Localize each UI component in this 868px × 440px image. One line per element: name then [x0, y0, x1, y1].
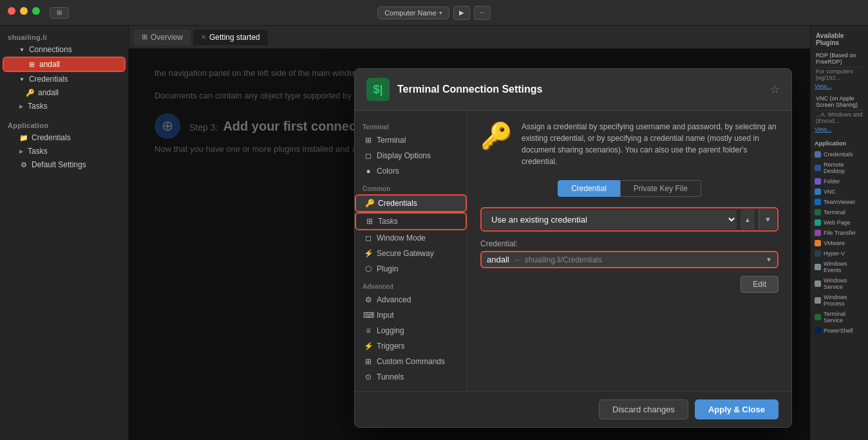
dropdown-down-arrow[interactable]: ▼	[759, 209, 777, 230]
default-settings-label: Default Settings	[32, 160, 86, 169]
sidebar-item-tasks[interactable]: ▶ Tasks	[3, 100, 126, 113]
folder-plugin-icon	[815, 178, 821, 185]
app-section-label: Application	[815, 140, 864, 147]
andall-label: andall	[39, 60, 60, 69]
edit-credential-button[interactable]: Edit	[741, 276, 778, 293]
modal-favorite-button[interactable]: ☆	[769, 82, 780, 96]
nav-item-colors[interactable]: ● Colors	[355, 163, 467, 179]
tasks-label: Tasks	[28, 102, 48, 111]
app-credentials-item[interactable]: Credentials	[815, 149, 864, 160]
ps-plugin-icon	[815, 327, 821, 334]
modal-header: $| Terminal Connection Settings ☆	[355, 69, 791, 111]
window-nav-icon: ◻	[364, 234, 373, 243]
app-vmware-item[interactable]: VMware	[815, 238, 864, 248]
right-panel-title: Available Plugins	[815, 32, 864, 46]
app-vnc-label: VNC	[824, 188, 836, 195]
nav-item-credentials[interactable]: 🔑 Credentials	[355, 194, 467, 212]
close-window-button[interactable]	[8, 7, 15, 15]
nav-item-terminal[interactable]: ⊞ Terminal	[355, 133, 467, 148]
apply-close-button[interactable]: Apply & Close	[695, 399, 778, 419]
tab-close-icon[interactable]: ✕	[201, 33, 206, 41]
nav-item-custom-commands[interactable]: ⊞ Custom Commands	[355, 354, 467, 369]
app-tv-label: TeamViewer	[824, 199, 855, 205]
nav-item-tunnels[interactable]: ⊙ Tunnels	[355, 369, 467, 385]
app-hyperv-item[interactable]: Hyper-V	[815, 248, 864, 259]
app-powershell-item[interactable]: PowerShell	[815, 325, 864, 336]
nav-item-input[interactable]: ⌨ Input	[355, 307, 467, 323]
ft-plugin-icon	[815, 230, 821, 236]
colors-nav-icon: ●	[364, 167, 373, 176]
sidebar-item-credentials[interactable]: ▼ Credentials	[3, 73, 126, 86]
nav-item-window-mode[interactable]: ◻ Window Mode	[355, 230, 467, 246]
tab-getting-started[interactable]: ✕ Getting started	[193, 30, 268, 45]
sidebar-item-credentials-andall[interactable]: 🔑 andall	[3, 86, 126, 99]
nav-plugin-label: Plugin	[377, 264, 398, 273]
app-teamviewer-item[interactable]: TeamViewer	[815, 197, 864, 207]
credential-tabs: Credential Private Key File	[480, 180, 778, 197]
sidebar-item-default-settings[interactable]: ⚙ Default Settings	[3, 158, 126, 171]
tasks-nav-icon: ⊞	[365, 217, 374, 226]
credential-field-dropdown-button[interactable]: ▼	[766, 256, 772, 263]
tunnels-nav-icon: ⊙	[364, 372, 373, 381]
gateway-nav-icon: ⚡	[364, 249, 373, 258]
sidebar-item-connections[interactable]: ▼ Connections	[3, 43, 126, 56]
vmware-plugin-icon	[815, 240, 821, 246]
app-winsvc-item[interactable]: Windows Service	[815, 275, 864, 292]
more-options-button[interactable]: ···	[474, 6, 491, 20]
tab-overview[interactable]: ⊞ Overview	[134, 30, 191, 45]
app-file-transfer-item[interactable]: File Transfer	[815, 228, 864, 238]
right-panel-vnc[interactable]: VNC (on Apple Screen Sharing)	[815, 93, 864, 111]
key-large-icon: 🔑	[480, 121, 513, 151]
discard-changes-button[interactable]: Discard changes	[599, 399, 688, 419]
nav-colors-label: Colors	[377, 167, 399, 176]
window-controls: ⊞	[8, 7, 69, 19]
nav-item-logging[interactable]: ≡ Logging	[355, 323, 467, 338]
title-center: Computer Name ▾ ▶ ···	[377, 6, 491, 20]
app-termsvc-item[interactable]: Terminal Service	[815, 309, 864, 325]
credential-tab-credential[interactable]: Credential	[558, 180, 620, 197]
app-vnc-item[interactable]: VNC	[815, 187, 864, 197]
right-panel-rdp[interactable]: RDP (Based on FreeRDP)	[815, 50, 864, 68]
nav-terminal-label: Terminal	[377, 136, 406, 145]
sidebar-item-app-tasks[interactable]: ▶ Tasks	[3, 145, 126, 158]
nav-item-advanced[interactable]: ⚙ Advanced	[355, 292, 467, 307]
sidebar-item-app-credentials[interactable]: 📁 Credentials	[3, 131, 126, 144]
credential-tab-private-key[interactable]: Private Key File	[620, 180, 701, 197]
app-terminal-label: Terminal	[824, 209, 845, 215]
credential-field-content: andall → shuailing.li/Credentials	[487, 255, 760, 264]
logging-nav-icon: ≡	[364, 326, 373, 335]
nav-item-triggers[interactable]: ⚡ Triggers	[355, 338, 467, 354]
modal-body: Terminal ⊞ Terminal ◻ Display Options ● …	[355, 111, 791, 391]
app-winproc-item[interactable]: Windows Process	[815, 292, 864, 309]
app-web-page-item[interactable]: Web Page	[815, 217, 864, 228]
grid-icon: ⊞	[142, 33, 147, 41]
nav-item-display-options[interactable]: ◻ Display Options	[355, 148, 467, 163]
play-button[interactable]: ▶	[453, 6, 470, 20]
dropdown-up-chevron[interactable]: ▲	[741, 209, 755, 230]
maximize-window-button[interactable]	[32, 7, 40, 15]
app-folder-item[interactable]: Folder	[815, 176, 864, 187]
nav-custom-commands-label: Custom Commands	[377, 357, 445, 366]
minimize-window-button[interactable]	[20, 7, 28, 15]
toolbar-toggle-button[interactable]: ⊞	[50, 7, 69, 19]
tasks-arrow: ▶	[19, 104, 23, 109]
play-icon: ▶	[459, 9, 464, 16]
sidebar-item-andall[interactable]: ⊞ andall	[3, 57, 126, 72]
nav-item-plugin[interactable]: ⬡ Plugin	[355, 261, 467, 277]
credential-field-row: andall → shuailing.li/Credentials ▼	[480, 251, 778, 268]
rdp-view-btn[interactable]: View...	[815, 82, 864, 91]
vnc-desc: ...A. Windows and (Encod...	[815, 111, 864, 125]
app-terminal-item[interactable]: Terminal	[815, 207, 864, 217]
app-remote-desktop-item[interactable]: Remote Desktop	[815, 160, 864, 176]
advanced-nav-icon: ⚙	[364, 295, 373, 304]
key-icon: 🔑	[26, 88, 35, 97]
computer-name-button[interactable]: Computer Name ▾	[377, 6, 449, 19]
nav-item-tasks[interactable]: ⊞ Tasks	[355, 212, 467, 230]
credential-type-select[interactable]: Use an existing credential	[482, 210, 737, 230]
nav-item-secure-gateway[interactable]: ⚡ Secure Gateway	[355, 246, 467, 261]
input-nav-icon: ⌨	[364, 311, 373, 320]
app-winev-item[interactable]: Windows Events	[815, 259, 864, 275]
app-winsvc-label: Windows Service	[824, 277, 864, 290]
right-panel: Available Plugins RDP (Based on FreeRDP)…	[810, 26, 868, 440]
vnc-view-btn[interactable]: View...	[815, 125, 864, 134]
